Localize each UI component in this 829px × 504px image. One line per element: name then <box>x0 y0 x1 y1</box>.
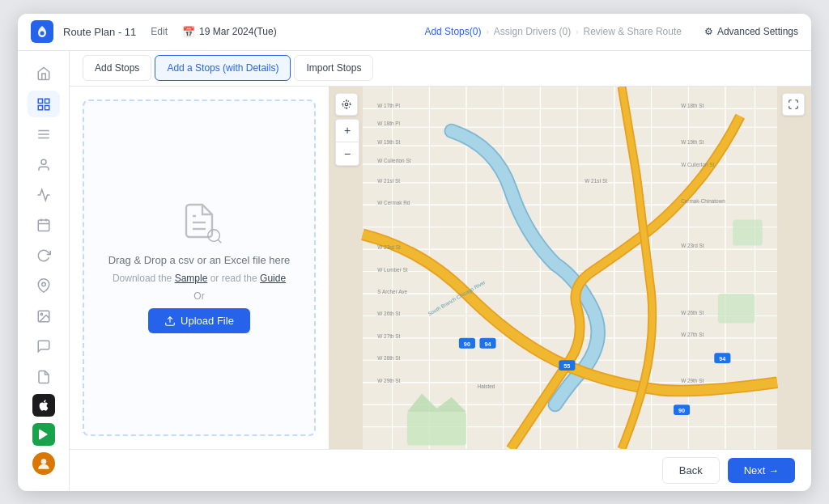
zoom-in-button[interactable]: + <box>336 120 359 142</box>
svg-rect-1 <box>38 99 42 103</box>
sample-link[interactable]: Sample <box>175 273 208 284</box>
sidebar-item-list[interactable] <box>28 121 60 147</box>
content-split: Drag & Drop a csv or an Excel file here … <box>70 87 811 449</box>
svg-point-0 <box>40 32 45 36</box>
tab-import-stops[interactable]: Import Stops <box>294 55 373 81</box>
svg-rect-4 <box>45 105 49 109</box>
app-logo <box>31 20 53 43</box>
svg-text:W 17th Pl: W 17th Pl <box>377 102 400 108</box>
left-panel: Drag & Drop a csv or an Excel file here … <box>70 87 329 449</box>
sidebar-item-users[interactable] <box>28 151 60 178</box>
drop-main-text: Drag & Drop a csv or an Excel file here <box>108 254 291 266</box>
content-area: Add Stops Add a Stops (with Details) Imp… <box>70 51 811 491</box>
svg-text:W 19th St: W 19th St <box>377 139 400 145</box>
edit-button[interactable]: Edit <box>146 24 172 39</box>
breadcrumb-step1[interactable]: Add Stops(0) <box>424 26 481 37</box>
sidebar-bottom <box>32 394 55 481</box>
sidebar-item-analytics[interactable] <box>28 181 60 208</box>
upload-file-button[interactable]: Upload File <box>148 308 250 333</box>
svg-text:W 18th Pl: W 18th Pl <box>377 121 400 126</box>
sidebar-item-routes[interactable] <box>28 91 60 117</box>
upload-overlay-icon <box>206 227 223 249</box>
svg-point-20 <box>208 230 220 242</box>
svg-text:W 19th St: W 19th St <box>681 139 704 145</box>
svg-text:W 23rd St: W 23rd St <box>377 244 401 250</box>
drop-sub-text: Download the Sample or read the Guide <box>113 273 286 284</box>
zoom-controls: + − <box>335 119 359 166</box>
sidebar-item-refresh[interactable] <box>28 242 60 269</box>
breadcrumb-step3[interactable]: Review & Share Route <box>584 26 682 37</box>
svg-point-8 <box>41 159 46 164</box>
svg-text:W 28th St: W 28th St <box>377 355 400 361</box>
play-store-icon[interactable] <box>32 423 55 446</box>
svg-rect-2 <box>45 99 49 103</box>
zoom-out-button[interactable]: − <box>336 142 359 165</box>
svg-text:90: 90 <box>678 407 685 414</box>
breadcrumb: Add Stops(0) › Assign Drivers (0) › Revi… <box>424 26 682 37</box>
svg-text:W Cullerton St: W Cullerton St <box>377 158 410 163</box>
locate-button[interactable] <box>335 93 358 116</box>
breadcrumb-step2[interactable]: Assign Drivers (0) <box>494 26 571 37</box>
drop-zone[interactable]: Drag & Drop a csv or an Excel file here … <box>83 100 316 436</box>
svg-text:W 29th St: W 29th St <box>377 377 400 383</box>
date-badge: 📅 19 Mar 2024(Tue) <box>182 26 277 38</box>
svg-point-17 <box>40 459 46 464</box>
calendar-icon: 📅 <box>182 26 195 38</box>
route-plan-label: Route Plan - 11 <box>63 26 136 38</box>
sidebar-item-home[interactable] <box>28 61 60 87</box>
svg-text:W 23rd St: W 23rd St <box>681 243 704 248</box>
sidebar-item-calendar[interactable] <box>28 212 60 239</box>
sidebar-item-image[interactable] <box>28 303 60 329</box>
user-avatar[interactable] <box>32 452 55 475</box>
breadcrumb-sep1: › <box>486 28 488 36</box>
tabs-bar: Add Stops Add a Stops (with Details) Imp… <box>70 51 811 87</box>
svg-text:W 27th St: W 27th St <box>377 332 400 338</box>
advanced-settings-button[interactable]: ⚙ Advanced Settings <box>704 26 798 37</box>
svg-rect-52 <box>718 294 755 324</box>
guide-link[interactable]: Guide <box>260 273 286 284</box>
svg-text:94: 94 <box>484 340 491 347</box>
svg-text:W Cullerton St: W Cullerton St <box>681 161 714 167</box>
svg-text:W 29th St: W 29th St <box>681 377 704 383</box>
svg-text:94: 94 <box>719 355 726 362</box>
svg-rect-3 <box>38 105 42 109</box>
svg-text:W 26th St: W 26th St <box>377 311 400 316</box>
tab-add-stops-details[interactable]: Add a Stops (with Details) <box>155 55 291 81</box>
bottom-bar: Back Next → <box>70 449 811 491</box>
svg-text:W Cermak Rd: W Cermak Rd <box>377 200 410 205</box>
svg-text:W 26th St: W 26th St <box>681 309 704 315</box>
svg-rect-51 <box>407 412 466 445</box>
sidebar-item-chat[interactable] <box>28 333 60 360</box>
back-button[interactable]: Back <box>662 457 720 484</box>
upload-icon <box>180 201 219 248</box>
map-controls: + − <box>335 93 359 166</box>
svg-text:S Archer Ave: S Archer Ave <box>377 289 407 294</box>
next-button[interactable]: Next → <box>728 458 795 483</box>
svg-text:55: 55 <box>563 362 570 370</box>
breadcrumb-sep2: › <box>576 28 578 36</box>
map-area: W 17th Pl W 18th St W 18th Pl W 19th St … <box>329 87 811 449</box>
svg-point-88 <box>345 103 348 106</box>
top-bar: Route Plan - 11 Edit 📅 19 Mar 2024(Tue) … <box>18 14 811 51</box>
fullscreen-button[interactable] <box>782 93 805 116</box>
svg-point-89 <box>342 100 350 108</box>
svg-text:Halsted: Halsted <box>478 383 495 389</box>
svg-text:W 21st St: W 21st St <box>377 177 400 183</box>
svg-rect-53 <box>733 219 763 245</box>
tab-add-stops[interactable]: Add Stops <box>83 55 151 81</box>
sidebar-item-notes[interactable] <box>28 363 60 390</box>
sidebar <box>18 51 70 491</box>
svg-line-21 <box>218 239 221 243</box>
svg-text:W Lumber St: W Lumber St <box>377 266 408 272</box>
fullscreen-area <box>782 93 805 116</box>
svg-point-13 <box>41 283 45 287</box>
sidebar-item-pin[interactable] <box>28 273 60 299</box>
svg-text:W 27th St: W 27th St <box>681 332 704 337</box>
svg-text:Cermak-Chinatown: Cermak-Chinatown <box>681 198 725 204</box>
svg-text:W 18th St: W 18th St <box>681 102 704 108</box>
svg-rect-9 <box>38 220 49 231</box>
main-layout: Add Stops Add a Stops (with Details) Imp… <box>18 51 811 491</box>
map-svg: W 17th Pl W 18th St W 18th Pl W 19th St … <box>329 87 811 449</box>
or-divider: Or <box>193 290 204 302</box>
apple-store-icon[interactable] <box>32 394 55 417</box>
